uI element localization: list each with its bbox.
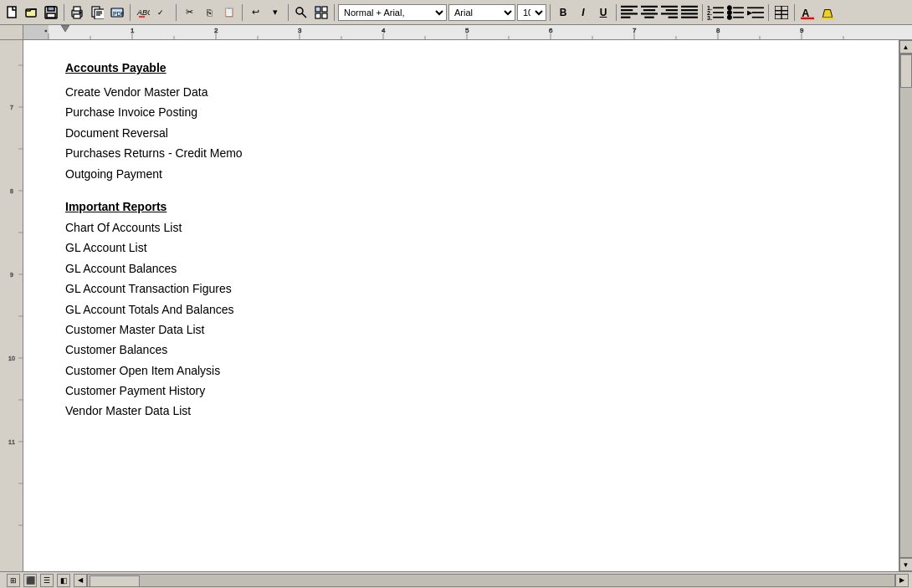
scroll-right-button[interactable]: ▶ — [895, 574, 909, 587]
table-button[interactable] — [772, 3, 791, 22]
hyperlink-button[interactable]: ☰ — [40, 574, 54, 587]
file-buttons — [3, 3, 60, 22]
print-button[interactable] — [68, 3, 86, 22]
bold-button[interactable]: B — [554, 3, 572, 22]
svg-text:4: 4 — [382, 27, 386, 34]
navigator-button[interactable] — [312, 3, 330, 22]
svg-text:5: 5 — [465, 27, 469, 34]
list-item: Document Reversal — [65, 124, 857, 142]
separator-4 — [242, 4, 243, 21]
main-area: 7 8 9 10 11 Accounts Payable Create — [0, 40, 912, 571]
svg-point-48 — [728, 10, 731, 13]
separator-11 — [794, 4, 795, 21]
svg-rect-20 — [315, 7, 320, 12]
export-button[interactable]: PDF — [108, 3, 126, 22]
h-scroll-thumb[interactable] — [90, 575, 140, 587]
justify-button[interactable] — [680, 3, 699, 22]
list-item: GL Account Transaction Figures — [65, 279, 857, 298]
section-heading-important-reports: Important Reports — [65, 200, 857, 213]
autospell-button[interactable]: ✓ — [154, 3, 172, 22]
left-ruler: 7 8 9 10 11 — [0, 40, 23, 571]
fontcolor-button[interactable]: A — [798, 3, 817, 22]
font-dropdown[interactable]: Arial — [448, 4, 515, 21]
open-button[interactable] — [23, 3, 41, 22]
size-dropdown[interactable]: 10 — [517, 4, 546, 21]
macro-button[interactable]: ⬛ — [23, 574, 37, 587]
list-item: Customer Payment History — [65, 381, 857, 400]
list-item: Purchase Invoice Posting — [65, 103, 857, 121]
preview-button[interactable] — [88, 3, 106, 22]
svg-text:PDF: PDF — [113, 11, 124, 17]
svg-text:✓: ✓ — [157, 8, 164, 17]
svg-rect-21 — [322, 7, 327, 12]
highlight-button[interactable] — [818, 3, 837, 22]
save-button[interactable] — [42, 3, 60, 22]
scroll-down-button[interactable]: ▼ — [899, 558, 913, 571]
svg-text:3: 3 — [298, 27, 302, 34]
svg-point-50 — [728, 15, 731, 18]
list-item: Vendor Master Data List — [65, 401, 857, 420]
spellcheck-button[interactable]: ABC — [134, 3, 152, 22]
list-item: Customer Balances — [65, 340, 857, 359]
svg-text:2: 2 — [214, 27, 218, 34]
list-item: Outgoing Payment — [65, 165, 857, 183]
italic-button[interactable]: I — [574, 3, 592, 22]
separator-10 — [768, 4, 769, 21]
align-right-button[interactable] — [660, 3, 679, 22]
page-style-button[interactable]: ⊞ — [7, 574, 20, 587]
scroll-thumb[interactable] — [900, 54, 912, 88]
list-item: Purchases Returns - Credit Memo — [65, 144, 857, 162]
svg-rect-6 — [74, 7, 80, 11]
ruler-container: • 1 2 3 4 5 6 7 8 9 — [0, 25, 912, 40]
svg-text:11: 11 — [8, 439, 15, 445]
svg-text:6: 6 — [549, 27, 553, 34]
vertical-scrollbar: ▲ ▼ — [899, 40, 912, 571]
align-center-button[interactable] — [640, 3, 658, 22]
new-button[interactable] — [3, 3, 22, 22]
svg-point-46 — [728, 6, 731, 9]
document-area: Accounts Payable Create Vendor Master Da… — [23, 40, 899, 571]
cut-button[interactable]: ✂ — [180, 3, 198, 22]
note-button[interactable]: ◧ — [57, 574, 70, 587]
svg-marker-61 — [822, 9, 832, 17]
separator-7 — [550, 4, 551, 21]
list-item: Customer Open Item Analysis — [65, 361, 857, 380]
align-left-button[interactable] — [620, 3, 638, 22]
separator-3 — [176, 4, 177, 21]
separator-5 — [288, 4, 289, 21]
ordered-list-button[interactable]: 1. 2. 3. — [706, 3, 725, 22]
list-item: GL Account List — [65, 238, 857, 257]
status-icons: ⊞ ⬛ ☰ ◧ — [3, 574, 74, 587]
status-bar: ⊞ ⬛ ☰ ◧ ◀ ▶ — [0, 571, 912, 588]
svg-text:8: 8 — [716, 27, 720, 34]
scroll-up-button[interactable]: ▲ — [899, 40, 913, 54]
find-button[interactable] — [292, 3, 310, 22]
copy-button[interactable]: ⎘ — [200, 3, 218, 22]
separator-1 — [64, 4, 64, 21]
list-item: GL Account Totals And Balances — [65, 300, 857, 319]
indent-button[interactable] — [746, 3, 765, 22]
underline-button[interactable]: U — [594, 3, 612, 22]
scroll-track[interactable] — [899, 54, 913, 558]
svg-rect-4 — [47, 13, 55, 18]
separator-8 — [616, 4, 617, 21]
svg-text:A: A — [802, 7, 809, 18]
document-page: Accounts Payable Create Vendor Master Da… — [23, 40, 899, 571]
undo-button[interactable]: ↩ — [246, 3, 264, 22]
svg-text:ABC: ABC — [136, 8, 150, 17]
svg-rect-23 — [322, 13, 327, 18]
accounts-payable-list: Create Vendor Master Data Purchase Invoi… — [65, 83, 857, 183]
scroll-left-button[interactable]: ◀ — [74, 574, 87, 587]
style-dropdown[interactable]: Normal + Arial, — [338, 4, 447, 21]
paste-button[interactable]: 📋 — [220, 3, 238, 22]
undo-dropdown-button[interactable]: ▾ — [266, 3, 284, 22]
svg-text:9: 9 — [800, 27, 804, 34]
reports-list: Chart Of Accounts List GL Account List G… — [65, 218, 857, 421]
unordered-list-button[interactable] — [726, 3, 745, 22]
svg-text:7: 7 — [633, 27, 637, 34]
svg-rect-0 — [8, 7, 16, 18]
svg-text:•: • — [45, 27, 48, 34]
svg-line-19 — [302, 13, 306, 18]
h-scroll-track[interactable] — [87, 574, 895, 587]
svg-text:7: 7 — [10, 105, 13, 110]
